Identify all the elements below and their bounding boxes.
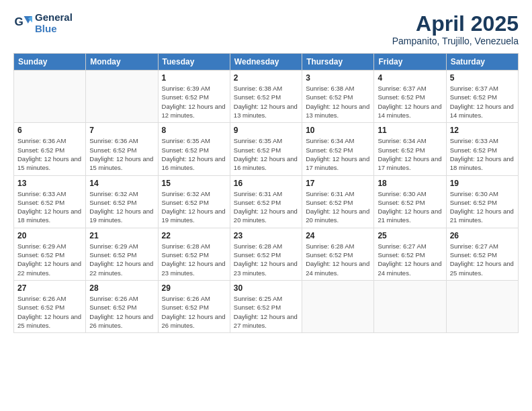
calendar-cell: 6Sunrise: 6:36 AM Sunset: 6:52 PM Daylig…	[14, 123, 86, 175]
calendar-cell: 27Sunrise: 6:26 AM Sunset: 6:52 PM Dayli…	[14, 280, 86, 332]
calendar-week-row-1: 6Sunrise: 6:36 AM Sunset: 6:52 PM Daylig…	[14, 123, 519, 175]
header-friday: Friday	[374, 54, 446, 71]
calendar-cell: 10Sunrise: 6:34 AM Sunset: 6:52 PM Dayli…	[302, 123, 374, 175]
day-number: 12	[450, 126, 515, 135]
day-number: 5	[450, 73, 515, 83]
calendar-cell: 18Sunrise: 6:30 AM Sunset: 6:52 PM Dayli…	[374, 175, 446, 228]
page: G General Blue April 2025 Pampanito, Tru…	[0, 0, 532, 411]
svg-text:G: G	[15, 15, 24, 28]
calendar-cell: 30Sunrise: 6:25 AM Sunset: 6:52 PM Dayli…	[230, 280, 302, 332]
day-info: Sunrise: 6:32 AM Sunset: 6:52 PM Dayligh…	[162, 189, 226, 225]
day-info: Sunrise: 6:25 AM Sunset: 6:52 PM Dayligh…	[234, 294, 298, 330]
day-number: 13	[17, 179, 82, 188]
calendar-cell: 16Sunrise: 6:31 AM Sunset: 6:52 PM Dayli…	[230, 175, 302, 228]
calendar-cell: 2Sunrise: 6:38 AM Sunset: 6:52 PM Daylig…	[230, 71, 302, 123]
day-number: 18	[378, 179, 442, 188]
calendar-cell	[302, 280, 374, 332]
day-number: 20	[17, 231, 82, 240]
day-info: Sunrise: 6:35 AM Sunset: 6:52 PM Dayligh…	[162, 136, 226, 172]
day-info: Sunrise: 6:34 AM Sunset: 6:52 PM Dayligh…	[306, 136, 370, 172]
day-info: Sunrise: 6:33 AM Sunset: 6:52 PM Dayligh…	[17, 189, 82, 225]
day-number: 23	[234, 231, 298, 240]
header-sunday: Sunday	[14, 54, 86, 71]
day-number: 26	[450, 231, 515, 240]
calendar-cell: 3Sunrise: 6:38 AM Sunset: 6:52 PM Daylig…	[302, 71, 374, 123]
calendar-cell: 5Sunrise: 6:37 AM Sunset: 6:52 PM Daylig…	[446, 71, 518, 123]
calendar-cell	[446, 280, 518, 332]
day-number: 7	[89, 126, 154, 135]
day-info: Sunrise: 6:38 AM Sunset: 6:52 PM Dayligh…	[234, 84, 298, 120]
day-info: Sunrise: 6:26 AM Sunset: 6:52 PM Dayligh…	[162, 294, 226, 330]
day-info: Sunrise: 6:26 AM Sunset: 6:52 PM Dayligh…	[89, 294, 154, 330]
calendar-cell: 4Sunrise: 6:37 AM Sunset: 6:52 PM Daylig…	[374, 71, 446, 123]
day-number: 1	[162, 73, 226, 83]
title-block: April 2025 Pampanito, Trujillo, Venezuel…	[392, 12, 519, 46]
day-info: Sunrise: 6:37 AM Sunset: 6:52 PM Dayligh…	[450, 84, 515, 120]
day-info: Sunrise: 6:36 AM Sunset: 6:52 PM Dayligh…	[17, 136, 82, 172]
day-info: Sunrise: 6:36 AM Sunset: 6:52 PM Dayligh…	[89, 136, 154, 172]
day-info: Sunrise: 6:33 AM Sunset: 6:52 PM Dayligh…	[450, 136, 515, 172]
day-number: 27	[17, 283, 82, 293]
day-info: Sunrise: 6:37 AM Sunset: 6:52 PM Dayligh…	[378, 84, 442, 120]
header-wednesday: Wednesday	[230, 54, 302, 71]
calendar-cell: 24Sunrise: 6:28 AM Sunset: 6:52 PM Dayli…	[302, 228, 374, 280]
day-info: Sunrise: 6:29 AM Sunset: 6:52 PM Dayligh…	[17, 242, 82, 277]
day-info: Sunrise: 6:30 AM Sunset: 6:52 PM Dayligh…	[378, 189, 442, 225]
calendar-table: Sunday Monday Tuesday Wednesday Thursday…	[13, 53, 519, 333]
day-number: 3	[306, 73, 370, 83]
day-number: 19	[450, 179, 515, 188]
day-info: Sunrise: 6:34 AM Sunset: 6:52 PM Dayligh…	[378, 136, 442, 172]
header-saturday: Saturday	[446, 54, 518, 71]
day-info: Sunrise: 6:31 AM Sunset: 6:52 PM Dayligh…	[306, 189, 370, 225]
day-number: 10	[306, 126, 370, 135]
day-info: Sunrise: 6:27 AM Sunset: 6:52 PM Dayligh…	[378, 242, 442, 277]
day-number: 4	[378, 73, 442, 83]
day-info: Sunrise: 6:27 AM Sunset: 6:52 PM Dayligh…	[450, 242, 515, 277]
logo-icon: G	[13, 14, 32, 33]
calendar-cell: 22Sunrise: 6:28 AM Sunset: 6:52 PM Dayli…	[158, 228, 230, 280]
day-number: 28	[89, 283, 154, 293]
calendar-cell: 8Sunrise: 6:35 AM Sunset: 6:52 PM Daylig…	[158, 123, 230, 175]
calendar-cell: 20Sunrise: 6:29 AM Sunset: 6:52 PM Dayli…	[14, 228, 86, 280]
day-info: Sunrise: 6:28 AM Sunset: 6:52 PM Dayligh…	[234, 242, 298, 277]
day-info: Sunrise: 6:26 AM Sunset: 6:52 PM Dayligh…	[17, 294, 82, 330]
day-info: Sunrise: 6:38 AM Sunset: 6:52 PM Dayligh…	[306, 84, 370, 120]
calendar-week-row-2: 13Sunrise: 6:33 AM Sunset: 6:52 PM Dayli…	[14, 175, 519, 228]
calendar-cell: 14Sunrise: 6:32 AM Sunset: 6:52 PM Dayli…	[86, 175, 158, 228]
day-info: Sunrise: 6:30 AM Sunset: 6:52 PM Dayligh…	[450, 189, 515, 225]
day-number: 2	[234, 73, 298, 83]
day-number: 9	[234, 126, 298, 135]
day-number: 22	[162, 231, 226, 240]
logo: G General Blue	[13, 12, 73, 34]
header-thursday: Thursday	[302, 54, 374, 71]
calendar-cell: 26Sunrise: 6:27 AM Sunset: 6:52 PM Dayli…	[446, 228, 518, 280]
calendar-cell: 25Sunrise: 6:27 AM Sunset: 6:52 PM Dayli…	[374, 228, 446, 280]
header: G General Blue April 2025 Pampanito, Tru…	[13, 12, 519, 46]
day-info: Sunrise: 6:29 AM Sunset: 6:52 PM Dayligh…	[89, 242, 154, 277]
calendar-week-row-4: 27Sunrise: 6:26 AM Sunset: 6:52 PM Dayli…	[14, 280, 519, 332]
calendar-cell: 28Sunrise: 6:26 AM Sunset: 6:52 PM Dayli…	[86, 280, 158, 332]
calendar-cell: 19Sunrise: 6:30 AM Sunset: 6:52 PM Dayli…	[446, 175, 518, 228]
day-number: 17	[306, 179, 370, 188]
month-title: April 2025	[392, 12, 519, 36]
calendar-cell: 29Sunrise: 6:26 AM Sunset: 6:52 PM Dayli…	[158, 280, 230, 332]
calendar-week-row-3: 20Sunrise: 6:29 AM Sunset: 6:52 PM Dayli…	[14, 228, 519, 280]
calendar-header-row: Sunday Monday Tuesday Wednesday Thursday…	[14, 54, 519, 71]
day-number: 15	[162, 179, 226, 188]
day-info: Sunrise: 6:39 AM Sunset: 6:52 PM Dayligh…	[162, 84, 226, 120]
calendar-cell: 23Sunrise: 6:28 AM Sunset: 6:52 PM Dayli…	[230, 228, 302, 280]
day-number: 30	[234, 283, 298, 293]
calendar-cell: 11Sunrise: 6:34 AM Sunset: 6:52 PM Dayli…	[374, 123, 446, 175]
calendar-cell: 17Sunrise: 6:31 AM Sunset: 6:52 PM Dayli…	[302, 175, 374, 228]
calendar-cell	[86, 71, 158, 123]
logo-text: General Blue	[35, 12, 73, 34]
day-number: 29	[162, 283, 226, 293]
day-info: Sunrise: 6:28 AM Sunset: 6:52 PM Dayligh…	[162, 242, 226, 277]
calendar-cell: 7Sunrise: 6:36 AM Sunset: 6:52 PM Daylig…	[86, 123, 158, 175]
calendar-week-row-0: 1Sunrise: 6:39 AM Sunset: 6:52 PM Daylig…	[14, 71, 519, 123]
day-number: 24	[306, 231, 370, 240]
day-info: Sunrise: 6:32 AM Sunset: 6:52 PM Dayligh…	[89, 189, 154, 225]
day-number: 14	[89, 179, 154, 188]
calendar-cell: 15Sunrise: 6:32 AM Sunset: 6:52 PM Dayli…	[158, 175, 230, 228]
day-number: 8	[162, 126, 226, 135]
